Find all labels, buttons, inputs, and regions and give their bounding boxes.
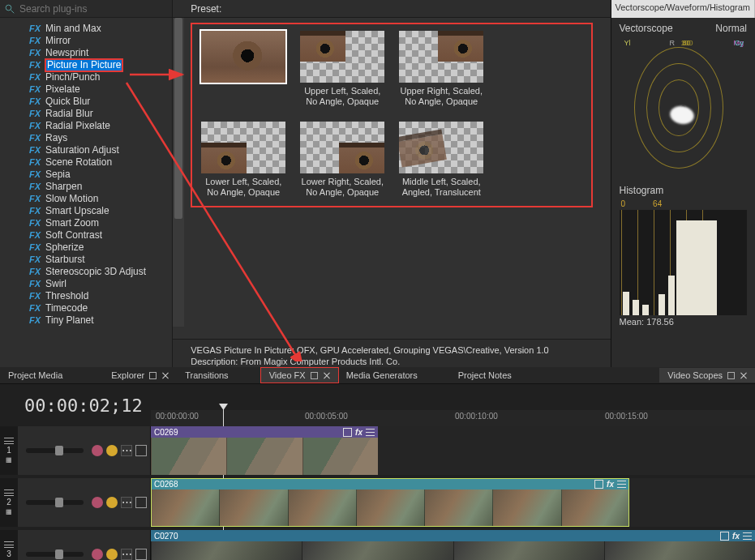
dock-icon[interactable] bbox=[311, 372, 318, 379]
plugin-item[interactable]: FXStereoscopic 3D Adjust bbox=[24, 266, 172, 278]
plugin-item[interactable]: FXSlow Motion bbox=[24, 193, 172, 205]
tab-project-media[interactable]: Project Media bbox=[0, 368, 71, 383]
plugin-item[interactable]: FXSepia bbox=[24, 169, 172, 181]
menu-icon[interactable] bbox=[4, 438, 14, 444]
track-header[interactable]: 3▦⋯ bbox=[0, 530, 151, 560]
plugin-list[interactable]: FXMin and MaxFXMirrorFXNewsprintFXPictur… bbox=[0, 18, 172, 367]
plugin-item[interactable]: FXSoft Contrast bbox=[24, 229, 172, 242]
plugin-item[interactable]: FXStarburst bbox=[24, 254, 172, 266]
scopes-tab[interactable]: Vectorscope/Waveform/Histogram bbox=[611, 0, 755, 18]
plugin-item[interactable]: FXNewsprint bbox=[24, 47, 172, 59]
clip-menu-icon[interactable] bbox=[617, 481, 626, 488]
plugin-item[interactable]: FXPinch/Punch bbox=[24, 71, 172, 83]
solo-icon[interactable] bbox=[106, 549, 118, 560]
plugin-item[interactable]: FXSharpen bbox=[24, 181, 172, 193]
track-header[interactable]: 1▦⋯ bbox=[0, 426, 151, 475]
scopes-tab-bar[interactable]: Vectorscope/Waveform/Histogram bbox=[611, 0, 755, 18]
close-icon[interactable] bbox=[323, 372, 330, 379]
dock-icon[interactable] bbox=[149, 372, 157, 379]
tab-explorer[interactable]: Explorer bbox=[103, 368, 177, 383]
preset-thumbnail[interactable] bbox=[300, 31, 384, 83]
plugin-item[interactable]: FXPixelate bbox=[24, 83, 172, 96]
plugin-search-input[interactable] bbox=[18, 2, 167, 15]
plugin-item[interactable]: FXSmart Upscale bbox=[24, 205, 172, 217]
clip[interactable]: C0269fx bbox=[151, 426, 378, 475]
clip-fx-icon[interactable]: fx bbox=[732, 532, 740, 541]
plugin-item[interactable]: FXScene Rotation bbox=[24, 156, 172, 169]
plugin-item[interactable]: FXPicture In Picture bbox=[24, 59, 172, 71]
plugin-item[interactable]: FXSaturation Adjust bbox=[24, 144, 172, 156]
close-icon[interactable] bbox=[740, 372, 747, 379]
fx-icon: FX bbox=[28, 302, 41, 314]
clip-fx-icon[interactable]: fx bbox=[355, 428, 362, 437]
preset-scrollbar[interactable] bbox=[173, 18, 184, 327]
close-icon[interactable] bbox=[161, 372, 169, 379]
preset-item[interactable]: Upper Left, Scaled, No Angle, Opaque bbox=[298, 31, 387, 113]
track-number[interactable]: 3▦ bbox=[0, 530, 18, 560]
track-number[interactable]: 2▦ bbox=[0, 478, 18, 527]
plugin-item[interactable]: FXRays bbox=[24, 132, 172, 144]
plugin-description: VEGAS Picture In Picture: OFX, GPU Accel… bbox=[173, 339, 610, 367]
track-more-icon[interactable]: ⋯ bbox=[121, 445, 132, 456]
plugin-label: Pixelate bbox=[45, 83, 80, 96]
crop-icon[interactable] bbox=[594, 480, 603, 489]
track-lane[interactable]: C0268fx bbox=[151, 478, 755, 527]
clip[interactable]: C0268fx bbox=[151, 478, 629, 527]
bypass-icon[interactable] bbox=[92, 445, 103, 456]
preset-thumbnail[interactable] bbox=[399, 122, 483, 173]
tab-transitions[interactable]: Transitions bbox=[177, 368, 236, 383]
tab-project-notes[interactable]: Project Notes bbox=[450, 368, 520, 383]
plugin-item[interactable]: FXSwirl bbox=[24, 278, 172, 290]
track-more-icon[interactable]: ⋯ bbox=[121, 497, 132, 508]
dock-icon[interactable] bbox=[727, 372, 735, 379]
preset-item[interactable]: Middle Left, Scaled, Angled, Translucent bbox=[397, 122, 486, 198]
track-volume-slider[interactable] bbox=[26, 500, 84, 505]
tab-video-fx[interactable]: Video FX bbox=[261, 368, 338, 383]
track-volume-slider[interactable] bbox=[26, 448, 84, 453]
bypass-icon[interactable] bbox=[92, 549, 103, 560]
tab-media-generators[interactable]: Media Generators bbox=[338, 368, 426, 383]
preset-thumbnail[interactable]: (Defau bbox=[201, 31, 285, 83]
plugin-item[interactable]: FXMirror bbox=[24, 35, 172, 47]
plugin-label: Slow Motion bbox=[45, 193, 98, 205]
plugin-item[interactable]: FXSmart Zoom bbox=[24, 217, 172, 229]
time-ruler[interactable]: 00:00:00:00 00:00:05:00 00:00:10:00 00:0… bbox=[151, 410, 755, 426]
preset-thumbnail[interactable] bbox=[300, 122, 384, 173]
clip-menu-icon[interactable] bbox=[366, 429, 375, 436]
crop-icon[interactable] bbox=[720, 532, 729, 541]
track-lane[interactable]: C0270fx bbox=[151, 530, 755, 560]
track-box-icon[interactable] bbox=[135, 497, 147, 508]
solo-icon[interactable] bbox=[106, 497, 118, 508]
track-more-icon[interactable]: ⋯ bbox=[121, 549, 132, 560]
preset-item[interactable]: Lower Right, Scaled, No Angle, Opaque bbox=[298, 122, 387, 198]
tab-video-scopes[interactable]: Video Scopes bbox=[659, 368, 755, 383]
track-volume-slider[interactable] bbox=[26, 552, 84, 557]
track-lane[interactable]: C0269fx bbox=[151, 426, 755, 475]
preset-thumbnail[interactable] bbox=[399, 31, 483, 83]
menu-icon[interactable] bbox=[4, 489, 14, 496]
clip-fx-icon[interactable]: fx bbox=[607, 480, 614, 489]
track-box-icon[interactable] bbox=[135, 445, 147, 456]
plugin-item[interactable]: FXTiny Planet bbox=[24, 314, 172, 327]
clip[interactable]: C0270fx bbox=[151, 530, 755, 560]
preset-item[interactable]: Lower Left, Scaled, No Angle, Opaque bbox=[199, 122, 288, 198]
clip-menu-icon[interactable] bbox=[743, 532, 752, 540]
plugin-item[interactable]: FXThreshold bbox=[24, 290, 172, 302]
bypass-icon[interactable] bbox=[92, 497, 103, 508]
plugin-item[interactable]: FXQuick Blur bbox=[24, 96, 172, 108]
preset-item[interactable]: (Defau. bbox=[199, 31, 288, 113]
vectorscope-mode[interactable]: Normal bbox=[715, 23, 747, 34]
plugin-item[interactable]: FXMin and Max bbox=[24, 23, 172, 35]
plugin-item[interactable]: FXRadial Blur bbox=[24, 108, 172, 120]
solo-icon[interactable] bbox=[106, 445, 118, 456]
preset-thumbnail[interactable] bbox=[201, 122, 285, 173]
plugin-item[interactable]: FXRadial Pixelate bbox=[24, 120, 172, 132]
preset-item[interactable]: Upper Right, Scaled, No Angle, Opaque bbox=[397, 31, 486, 113]
plugin-item[interactable]: FXTimecode bbox=[24, 302, 172, 314]
track-number[interactable]: 1▦ bbox=[0, 426, 18, 475]
track-header[interactable]: 2▦⋯ bbox=[0, 478, 151, 527]
crop-icon[interactable] bbox=[343, 428, 352, 437]
menu-icon[interactable] bbox=[4, 541, 14, 548]
track-box-icon[interactable] bbox=[135, 549, 147, 560]
plugin-item[interactable]: FXSpherize bbox=[24, 242, 172, 254]
